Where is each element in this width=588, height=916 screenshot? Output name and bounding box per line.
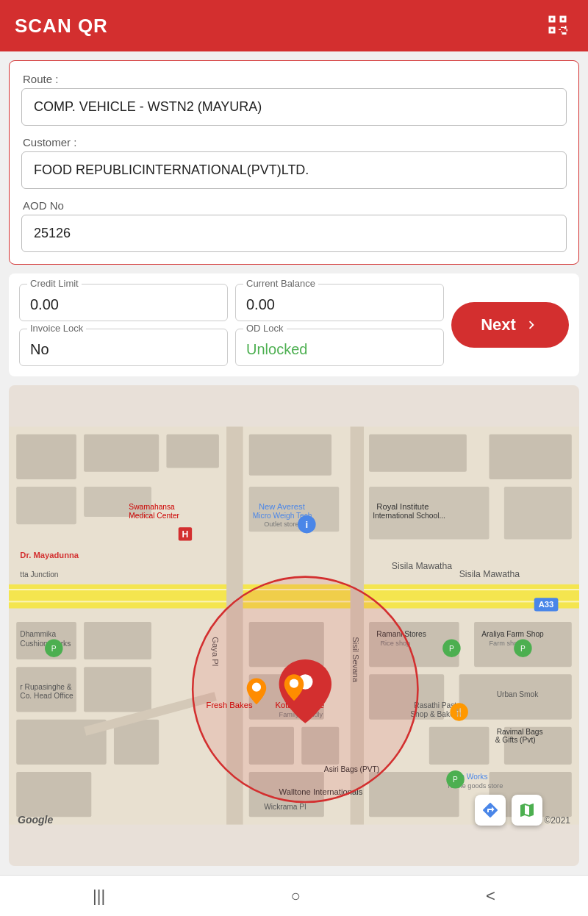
svg-text:H: H — [182, 529, 189, 540]
svg-text:Wickrama Pl: Wickrama Pl — [264, 803, 306, 811]
svg-text:P: P — [449, 645, 454, 653]
credit-limit-value: 0.00 — [30, 292, 217, 313]
current-balance-label: Current Balance — [243, 278, 318, 289]
svg-point-80 — [290, 679, 298, 687]
map-container[interactable]: Sisila Mawatha Sisila Mawatha Sisil Seva… — [9, 385, 579, 866]
svg-rect-31 — [429, 727, 490, 765]
svg-text:Ravimal Bags: Ravimal Bags — [497, 728, 543, 736]
svg-rect-20 — [84, 667, 151, 712]
qr-icon-svg — [545, 12, 572, 39]
qr-scan-icon[interactable] — [544, 11, 573, 40]
svg-rect-16 — [504, 487, 572, 539]
map-svg: Sisila Mawatha Sisila Mawatha Sisil Seva… — [9, 385, 579, 866]
svg-rect-33 — [16, 772, 91, 817]
directions-icon — [481, 801, 499, 819]
svg-text:P: P — [51, 645, 57, 653]
invoice-lock-box: Invoice Lock No — [19, 329, 228, 366]
credit-limit-box: Credit Limit 0.00 — [19, 284, 228, 321]
svg-text:Dhammika: Dhammika — [20, 630, 56, 638]
customer-label: Customer : — [23, 136, 567, 149]
map-buttons — [475, 795, 542, 826]
svg-text:A33: A33 — [539, 600, 554, 609]
stats-grid: Credit Limit 0.00 Current Balance 0.00 I… — [19, 284, 444, 366]
invoice-lock-value: No — [30, 337, 217, 358]
svg-text:Outlet store: Outlet store — [264, 520, 298, 528]
svg-rect-7 — [84, 434, 159, 472]
route-value: COMP. VEHICLE - WSTN2 (MAYURA) — [21, 88, 567, 126]
svg-text:i: i — [306, 519, 309, 530]
maps-button[interactable] — [512, 795, 542, 826]
svg-text:P: P — [520, 645, 526, 653]
stats-card: Credit Limit 0.00 Current Balance 0.00 I… — [9, 273, 579, 376]
svg-rect-35 — [369, 772, 459, 817]
svg-text:P: P — [453, 776, 458, 784]
svg-text:Dr. Mayadunna: Dr. Mayadunna — [20, 551, 79, 559]
chevron-right-icon — [523, 317, 539, 333]
svg-text:Araliya Farm Shop: Araliya Farm Shop — [481, 630, 544, 638]
route-field: Route : COMP. VEHICLE - WSTN2 (MAYURA) — [21, 73, 567, 126]
google-logo: Google — [18, 814, 53, 826]
svg-rect-9 — [249, 434, 331, 476]
svg-text:International School...: International School... — [373, 512, 445, 520]
directions-button[interactable] — [475, 795, 506, 826]
svg-text:Swarnahansa: Swarnahansa — [129, 503, 175, 511]
svg-rect-11 — [489, 434, 571, 479]
next-button[interactable]: Next — [451, 302, 569, 348]
svg-text:Co. Head Office: Co. Head Office — [20, 692, 74, 700]
svg-rect-18 — [84, 622, 151, 659]
maps-icon — [518, 801, 536, 819]
svg-text:Royal Institute: Royal Institute — [376, 502, 429, 511]
main-content: Route : COMP. VEHICLE - WSTN2 (MAYURA) C… — [0, 51, 588, 875]
svg-text:Urban Smok: Urban Smok — [497, 690, 539, 698]
route-label: Route : — [23, 73, 567, 85]
svg-text:& Gifts (Pvt): & Gifts (Pvt) — [495, 736, 536, 744]
svg-text:Medical Center: Medical Center — [129, 512, 179, 520]
svg-text:Sisila Mawatha: Sisila Mawatha — [392, 561, 453, 571]
invoice-lock-label: Invoice Lock — [27, 323, 86, 334]
current-balance-box: Current Balance 0.00 — [235, 284, 444, 321]
svg-text:🍴: 🍴 — [454, 708, 464, 718]
bottom-nav: ||| ○ < — [0, 875, 588, 916]
credit-limit-label: Credit Limit — [27, 278, 82, 289]
back-nav-icon[interactable]: < — [486, 887, 495, 906]
od-lock-box: OD Lock Unlocked — [235, 329, 444, 366]
svg-rect-12 — [16, 487, 76, 524]
customer-field: Customer : FOOD REPUBLICINTERNATIONAL(PV… — [21, 136, 567, 189]
svg-text:r Rupasinghe &: r Rupasinghe & — [20, 683, 72, 691]
aod-label: AOD No — [23, 199, 567, 212]
aod-field: AOD No 25126 — [21, 199, 567, 252]
menu-nav-icon[interactable]: ||| — [93, 887, 105, 906]
current-balance-value: 0.00 — [246, 292, 433, 313]
svg-point-79 — [252, 683, 261, 692]
od-lock-label: OD Lock — [243, 323, 287, 334]
app-title: SCAN QR — [15, 15, 108, 37]
svg-text:tta Junction: tta Junction — [20, 570, 59, 579]
app-header: SCAN QR — [0, 0, 588, 51]
od-lock-value: Unlocked — [246, 337, 433, 358]
svg-rect-6 — [16, 434, 76, 479]
map-copyright: ©2021 — [544, 815, 570, 826]
svg-text:Sisila Mawatha: Sisila Mawatha — [459, 569, 520, 579]
customer-value: FOOD REPUBLICINTERNATIONAL(PVT)LTD. — [21, 151, 567, 189]
home-nav-icon[interactable]: ○ — [290, 887, 300, 906]
info-card: Route : COMP. VEHICLE - WSTN2 (MAYURA) C… — [9, 60, 579, 265]
aod-value: 25126 — [21, 215, 567, 252]
svg-rect-8 — [166, 434, 218, 468]
next-button-label: Next — [481, 315, 516, 334]
svg-text:New Averest: New Averest — [259, 502, 306, 511]
svg-rect-10 — [369, 434, 467, 472]
